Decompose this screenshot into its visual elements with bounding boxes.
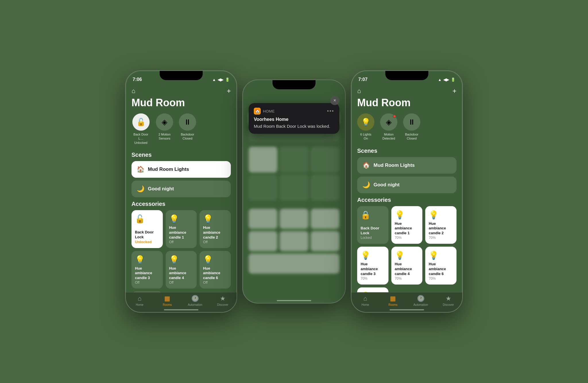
accessories-label-left: Accessories [131,201,231,207]
candle3-name-left: Hue ambiance candle 3 [135,266,159,281]
motion-icon-circle-left: ◈ [156,113,173,131]
lock-name-right: Back Door Lock [361,226,385,236]
notch-middle [272,80,316,89]
room-header-right: ⌂ + [357,85,457,96]
tab-automation-icon-right: 🕐 [417,295,425,302]
door-label-right: BackdoorClosed [405,132,418,141]
good-night-label-right: Good night [374,182,400,188]
tab-automation-label-right: Automation [413,303,428,306]
accessories-grid-right: 🔒 Back Door Lock Locked 💡 Hue ambiance c… [357,206,457,292]
quick-item-door-right[interactable]: ⏸ BackdoorClosed [403,113,420,141]
quick-item-lock-left[interactable]: 🔓 Back Door L…Unlocked [131,113,150,145]
tab-discover-right[interactable]: ★ Discover [435,295,463,306]
accessory-lock-left[interactable]: 🔓 Back Door Lock Unlocked [131,210,163,248]
notch-left [160,71,203,80]
room-header-left: ⌂ + [131,85,231,96]
accessory-candle6-left[interactable]: 💡 Hue ambiance candle 6 Off [200,251,231,289]
candle1-name-left: Hue ambiance candle 1 [169,225,194,240]
good-night-icon-left: 🌙 [137,185,144,193]
close-button-middle[interactable]: × [330,96,339,105]
accessory-candle1-right[interactable]: 💡 Hue ambiance candle 1 70% [391,206,423,244]
home-indicator-left [164,309,198,310]
mud-lights-icon-right: 🏠 [362,162,370,169]
accessory-candle1-left[interactable]: 💡 Hue ambiance candle 1 Off [166,210,197,248]
tab-discover-left[interactable]: ★ Discover [209,295,237,306]
notif-dots-middle: ••• [327,108,334,114]
candle2-name-right: Hue ambiance candle 2 [429,221,453,236]
tab-automation-right[interactable]: 🕐 Automation [407,295,435,306]
tab-discover-icon-left: ★ [220,295,226,302]
phone-left: 7:06 ▲ ◀▶ 🔋 ⌂ + Mud Room [125,70,237,313]
accessory-candle2-right[interactable]: 💡 Hue ambiance candle 2 70% [425,206,457,244]
tab-home-right[interactable]: ⌂ Home [351,295,379,306]
tab-home-left[interactable]: ⌂ Home [126,295,154,306]
status-icons-left: ▲ ◀▶ 🔋 [212,78,230,82]
quick-item-motion-left[interactable]: ◈ 2 MotionSensors [156,113,173,145]
accessory-candle3-left[interactable]: 💡 Hue ambiance candle 3 Off [131,251,163,289]
accessory-candle5-right[interactable]: 💡 Hue ambiance candle 5 70% [357,287,388,292]
add-button-left[interactable]: + [227,87,231,95]
time-right: 7:07 [358,77,368,82]
scroll-area-left[interactable]: ⌂ + Mud Room 🔓 Back Door L…Unlocked ◈ 2 … [126,85,237,292]
accessory-lock-right[interactable]: 🔒 Back Door Lock Locked [357,206,388,244]
candle6-name-right: Hue ambiance candle 6 [429,262,453,276]
good-night-btn-left[interactable]: 🌙 Good night [131,181,231,197]
candle3-status-left: Off [135,281,159,285]
mud-lights-label-left: Mud Room Lights [148,167,189,172]
mud-room-lights-btn-left[interactable]: 🏠 Mud Room Lights [131,161,231,178]
lock-name-left: Back Door Lock [135,230,159,240]
accessory-candle3-right[interactable]: 💡 Hue ambiance candle 3 70% [357,247,388,285]
candle4-name-right: Hue ambiance candle 4 [395,262,419,276]
candle6-name-left: Hue ambiance candle 6 [203,266,227,281]
room-title-right: Mud Room [357,97,457,109]
good-night-icon-right: 🌙 [362,181,370,189]
accessory-candle6-right[interactable]: 💡 Hue ambiance candle 6 70% [425,247,457,285]
door-icon-circle-right: ⏸ [403,113,420,131]
quick-item-motion-right[interactable]: ◈ MotionDetected [380,113,397,141]
tab-rooms-right[interactable]: ▦ Rooms [379,295,407,306]
tab-home-label-left: Home [136,303,144,306]
notif-app-row-middle: 🏠 HOME [254,108,275,115]
motion-icon-circle-right: ◈ [380,113,397,131]
home-nav-icon-left[interactable]: ⌂ [131,87,135,95]
candle3-status-right: 70% [361,276,385,281]
mud-lights-label-right: Mud Room Lights [374,163,415,168]
lock-status-right: Locked [361,236,385,240]
quick-access-right: 💡 6 LightsOn ◈ MotionDetected ⏸ Backdoor… [357,113,457,141]
time-left: 7:06 [133,77,142,82]
candle4-status-left: Off [169,281,194,285]
tab-home-icon-right: ⌂ [363,295,367,302]
notif-app-icon-middle: 🏠 [254,108,261,115]
candle6-status-left: Off [203,281,227,285]
scroll-area-right[interactable]: ⌂ + Mud Room 💡 6 LightsOn ◈ [351,85,462,292]
candle3-name-right: Hue ambiance candle 3 [361,262,385,276]
tab-rooms-label-right: Rooms [388,303,398,306]
tab-discover-icon-right: ★ [446,295,451,302]
accessory-candle2-left[interactable]: 💡 Hue ambiance candle 2 Off [200,210,231,248]
scenes-label-left: Scenes [131,152,231,158]
tab-rooms-label-left: Rooms [163,303,172,306]
door-icon-circle-left: ⏸ [179,113,196,131]
tab-automation-icon-left: 🕐 [191,295,199,302]
add-button-right[interactable]: + [452,87,457,95]
tab-discover-label-left: Discover [217,303,228,306]
notch-right [385,71,428,80]
accessory-candle4-left[interactable]: 💡 Hue ambiance candle 4 Off [166,251,197,289]
quick-item-door-left[interactable]: ⏸ BackdoorClosed [179,113,196,145]
notif-header-middle: 🏠 HOME ••• [254,108,334,115]
good-night-btn-right[interactable]: 🌙 Good night [357,177,457,193]
candle2-name-left: Hue ambiance candle 2 [203,225,227,240]
lights-icon-circle-right: 💡 [357,113,374,131]
quick-item-lights-right[interactable]: 💡 6 LightsOn [357,113,374,141]
tab-home-label-right: Home [361,303,369,306]
tab-rooms-icon-right: ▦ [390,295,396,302]
candle4-status-right: 70% [395,276,419,281]
home-indicator-middle [277,300,311,301]
tab-automation-left[interactable]: 🕐 Automation [181,295,209,306]
home-nav-icon-right[interactable]: ⌂ [357,87,361,95]
candle1-status-left: Off [169,240,194,244]
mud-room-lights-btn-right[interactable]: 🏠 Mud Room Lights [357,157,457,174]
tab-rooms-left[interactable]: ▦ Rooms [154,295,181,306]
lock-label-left: Back Door L…Unlocked [131,132,150,145]
accessory-candle4-right[interactable]: 💡 Hue ambiance candle 4 70% [391,247,423,285]
